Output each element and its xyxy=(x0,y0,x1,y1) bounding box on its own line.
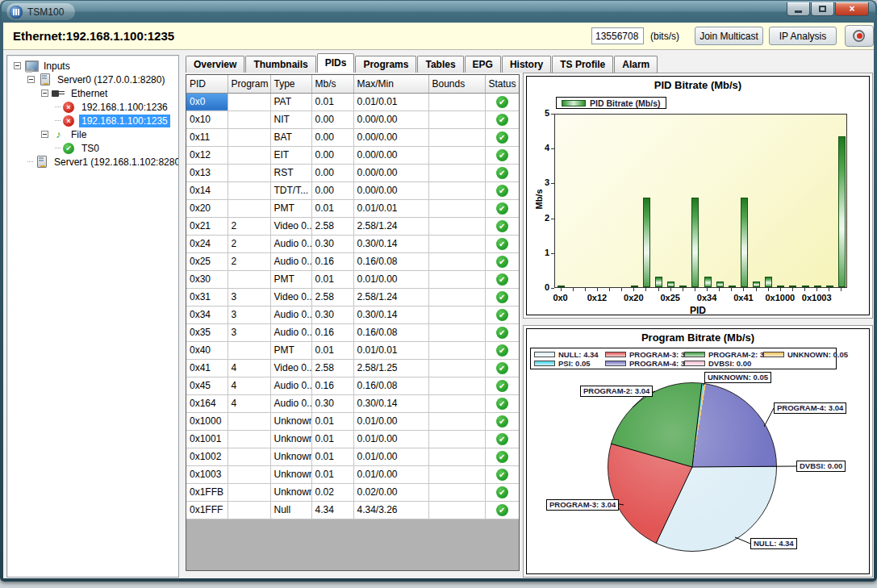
status-cell[interactable]: ✔ xyxy=(485,270,519,288)
program-cell[interactable] xyxy=(228,164,270,181)
pid-cell[interactable]: 0x13 xyxy=(186,164,228,181)
maxmin-cell[interactable]: 0.30/0.14 xyxy=(353,235,428,252)
table-row[interactable]: 0x313Video 0...2.582.58/1.24✔ xyxy=(186,288,519,306)
bounds-cell[interactable] xyxy=(428,501,485,519)
column-header[interactable]: Status xyxy=(485,75,519,93)
tab-ts-profile[interactable]: TS Profile xyxy=(552,56,613,73)
pid-cell[interactable]: 0x14 xyxy=(186,181,228,199)
maxmin-cell[interactable]: 0.01/0.00 xyxy=(353,448,428,465)
maxmin-cell[interactable]: 0.30/0.14 xyxy=(353,306,428,323)
pid-cell[interactable]: 0x41 xyxy=(186,359,228,377)
pid-cell[interactable]: 0x34 xyxy=(186,306,228,323)
bounds-cell[interactable] xyxy=(428,128,485,146)
status-cell[interactable]: ✔ xyxy=(485,217,519,235)
pid-cell[interactable]: 0x1001 xyxy=(186,430,228,448)
type-cell[interactable]: PAT xyxy=(270,93,311,111)
program-cell[interactable]: 3 xyxy=(228,288,270,306)
minimize-button[interactable] xyxy=(787,2,810,16)
bounds-cell[interactable] xyxy=(428,164,485,181)
bounds-cell[interactable] xyxy=(428,448,485,465)
type-cell[interactable]: RST xyxy=(270,164,311,181)
maxmin-cell[interactable]: 0.00/0.00 xyxy=(353,181,428,199)
pid-cell[interactable]: 0x11 xyxy=(186,128,228,146)
program-cell[interactable] xyxy=(228,111,270,128)
type-cell[interactable]: Null xyxy=(270,501,311,519)
status-cell[interactable]: ✔ xyxy=(485,93,519,111)
type-cell[interactable]: Unknown xyxy=(270,412,311,430)
type-cell[interactable]: TDT/T... xyxy=(270,181,311,199)
maxmin-cell[interactable]: 0.01/0.01 xyxy=(353,199,428,217)
bitrate-input[interactable] xyxy=(591,27,644,44)
bounds-cell[interactable] xyxy=(428,341,485,359)
table-row[interactable]: 0x1FFFNull4.344.34/3.26✔ xyxy=(186,501,519,519)
program-cell[interactable] xyxy=(228,430,270,448)
mbps-cell[interactable]: 0.01 xyxy=(311,270,353,288)
program-cell[interactable]: 3 xyxy=(228,323,270,341)
column-header[interactable]: Bounds xyxy=(428,75,485,93)
mbps-cell[interactable]: 0.01 xyxy=(311,199,353,217)
bounds-cell[interactable] xyxy=(428,483,485,501)
collapse-expander-icon[interactable] xyxy=(14,62,21,69)
program-cell[interactable] xyxy=(228,483,270,501)
tab-tables[interactable]: Tables xyxy=(417,56,463,73)
tab-history[interactable]: History xyxy=(502,56,551,73)
table-row[interactable]: 0x30PMT0.010.01/0.00✔ xyxy=(186,270,519,288)
bounds-cell[interactable] xyxy=(428,270,485,288)
table-row[interactable]: 0x10NIT0.000.00/0.00✔ xyxy=(186,111,519,128)
maxmin-cell[interactable]: 0.01/0.00 xyxy=(353,412,428,430)
type-cell[interactable]: EIT xyxy=(270,146,311,164)
mbps-cell[interactable]: 0.16 xyxy=(311,252,353,270)
status-cell[interactable]: ✔ xyxy=(485,128,519,146)
table-row[interactable]: 0x12EIT0.000.00/0.00✔ xyxy=(186,146,519,164)
mbps-cell[interactable]: 0.01 xyxy=(311,93,353,111)
column-header[interactable]: PID xyxy=(186,75,228,93)
bounds-cell[interactable] xyxy=(428,394,485,412)
maxmin-cell[interactable]: 0.16/0.08 xyxy=(353,323,428,341)
bounds-cell[interactable] xyxy=(428,181,485,199)
maxmin-cell[interactable]: 0.00/0.00 xyxy=(353,111,428,128)
mbps-cell[interactable]: 0.16 xyxy=(311,323,353,341)
program-cell[interactable] xyxy=(228,501,270,519)
inputs-tree-panel[interactable]: InputsServer0 (127.0.0.1:8280)Ethernet×1… xyxy=(6,55,179,578)
bounds-cell[interactable] xyxy=(428,430,485,448)
pid-cell[interactable]: 0x1FFF xyxy=(186,501,228,519)
program-cell[interactable] xyxy=(228,199,270,217)
table-row[interactable]: 0x1644Audio 0...0.300.30/0.14✔ xyxy=(186,394,519,412)
program-cell[interactable] xyxy=(228,341,270,359)
program-cell[interactable]: 3 xyxy=(228,306,270,323)
tree-item-label[interactable]: Server1 (192.168.1.102:8280) xyxy=(52,156,179,169)
table-row[interactable]: 0x242Audio 0...0.300.30/0.14✔ xyxy=(186,235,519,252)
tab-overview[interactable]: Overview xyxy=(186,56,244,73)
column-header[interactable]: Mb/s xyxy=(311,75,353,93)
bounds-cell[interactable] xyxy=(428,306,485,323)
tree-item-ethernet[interactable]: Ethernet xyxy=(9,86,177,100)
type-cell[interactable]: Unknown xyxy=(270,448,311,465)
status-cell[interactable]: ✔ xyxy=(485,501,519,519)
tree-item-label[interactable]: Server0 (127.0.0.1:8280) xyxy=(55,73,167,86)
type-cell[interactable]: Audio 0... xyxy=(270,394,311,412)
program-cell[interactable] xyxy=(228,93,270,111)
status-cell[interactable]: ✔ xyxy=(485,235,519,252)
tab-thumbnails[interactable]: Thumbnails xyxy=(245,56,315,73)
bounds-cell[interactable] xyxy=(428,288,485,306)
status-cell[interactable]: ✔ xyxy=(485,199,519,217)
maxmin-cell[interactable]: 0.01/0.01 xyxy=(353,93,428,111)
program-cell[interactable]: 4 xyxy=(228,394,270,412)
bounds-cell[interactable] xyxy=(428,111,485,128)
type-cell[interactable]: PMT xyxy=(270,270,311,288)
table-row[interactable]: 0x212Video 0...2.582.58/1.24✔ xyxy=(186,217,519,235)
status-cell[interactable]: ✔ xyxy=(485,377,519,394)
type-cell[interactable]: Audio 0... xyxy=(270,377,311,394)
join-multicast-button[interactable]: Join Multicast xyxy=(695,27,763,45)
table-row[interactable]: 0x14TDT/T...0.000.00/0.00✔ xyxy=(186,181,519,199)
bounds-cell[interactable] xyxy=(428,359,485,377)
status-cell[interactable]: ✔ xyxy=(485,430,519,448)
type-cell[interactable]: PMT xyxy=(270,199,311,217)
collapse-expander-icon[interactable] xyxy=(27,76,35,83)
status-cell[interactable]: ✔ xyxy=(485,394,519,412)
pid-cell[interactable]: 0x0 xyxy=(186,93,228,111)
pid-cell[interactable]: 0x31 xyxy=(186,288,228,306)
program-cell[interactable] xyxy=(228,146,270,164)
type-cell[interactable]: Unknown xyxy=(270,430,311,448)
mbps-cell[interactable]: 0.02 xyxy=(311,483,353,501)
